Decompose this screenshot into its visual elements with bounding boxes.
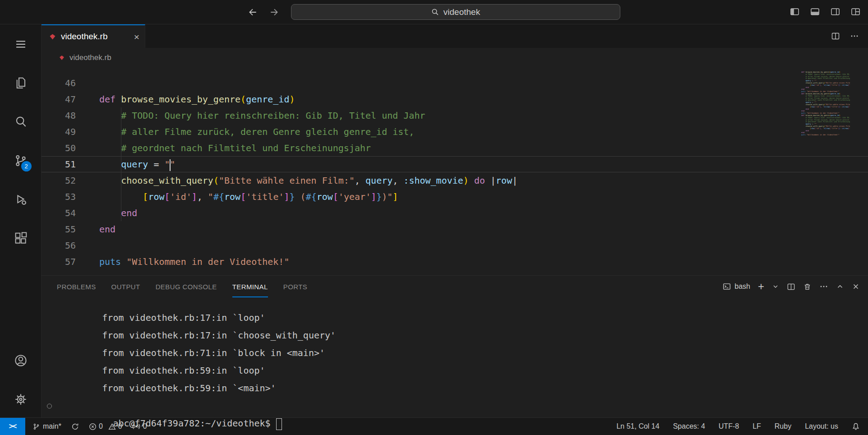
code-token: )" bbox=[382, 191, 392, 202]
search-sidebar-icon[interactable] bbox=[12, 113, 30, 131]
line-number[interactable]: 53 bbox=[42, 189, 76, 205]
new-terminal-icon[interactable]: + bbox=[758, 281, 764, 292]
code-token bbox=[99, 126, 121, 137]
settings-gear-icon[interactable] bbox=[12, 390, 30, 408]
line-number[interactable]: 52 bbox=[42, 172, 76, 189]
cursor-position-status[interactable]: Ln 51, Col 14 bbox=[616, 422, 659, 430]
code-text[interactable]: end bbox=[99, 221, 115, 237]
panel-tab-output[interactable]: OUTPUT bbox=[111, 276, 140, 297]
back-icon[interactable] bbox=[248, 7, 258, 17]
panel-tab-ports[interactable]: PORTS bbox=[283, 276, 307, 297]
line-number[interactable]: 50 bbox=[42, 140, 76, 156]
close-panel-icon[interactable] bbox=[852, 282, 860, 291]
language-mode-status[interactable]: Ruby bbox=[775, 422, 791, 430]
code-line-50[interactable]: 50 # geordnet nach Filmtitel und Erschei… bbox=[42, 140, 868, 156]
ruby-file-icon bbox=[49, 33, 56, 41]
code-text[interactable]: puts "Willkommen in der Videothek!" bbox=[99, 254, 289, 270]
explorer-icon[interactable] bbox=[12, 74, 30, 92]
panel-header: PROBLEMSOUTPUTDEBUG CONSOLETERMINALPORTS… bbox=[42, 276, 868, 297]
code-token: query bbox=[121, 159, 148, 170]
code-text[interactable]: def browse_movies_by_genre(genre_id) bbox=[99, 91, 295, 107]
panel-tab-problems[interactable]: PROBLEMS bbox=[57, 276, 96, 297]
code-line-46[interactable]: 46 bbox=[42, 75, 868, 91]
code-text[interactable]: query = "" bbox=[99, 156, 175, 172]
line-number[interactable]: 48 bbox=[42, 107, 76, 124]
kill-terminal-icon[interactable] bbox=[803, 282, 812, 291]
encoding-status[interactable]: UTF-8 bbox=[719, 422, 739, 430]
code-text[interactable]: end bbox=[99, 205, 137, 221]
code-line-51[interactable]: 51 query = "" bbox=[42, 156, 868, 172]
bash-terminal-icon bbox=[723, 282, 731, 291]
code-editor[interactable]: 4647def browse_movies_by_genre(genre_id)… bbox=[42, 68, 868, 275]
minimap[interactable]: def browse_movies_by_genre(genre_id) # T… bbox=[801, 71, 850, 152]
tab-close-icon[interactable]: × bbox=[134, 32, 139, 42]
panel-tab-debug-console[interactable]: DEBUG CONSOLE bbox=[156, 276, 217, 297]
code-text[interactable]: [row['id'], "#{row['title']} (#{row['yea… bbox=[99, 189, 398, 205]
tab-bar: videothek.rb × bbox=[42, 24, 868, 48]
code-token: row bbox=[148, 191, 164, 202]
customize-layout-icon[interactable] bbox=[850, 7, 861, 17]
code-line-52[interactable]: 52 choose_with_query("Bitte wähle einen … bbox=[42, 172, 868, 189]
code-line-53[interactable]: 53 [row['id'], "#{row['title']} (#{row['… bbox=[42, 189, 868, 205]
code-text[interactable]: # TODO: Query hier reinschreiben: Gib ID… bbox=[99, 107, 425, 124]
terminal-prompt: abc@f7d64f39a782:~/videothek$ bbox=[113, 418, 270, 429]
panel-more-actions-icon[interactable] bbox=[819, 282, 828, 291]
command-decoration-icon[interactable] bbox=[47, 403, 52, 408]
git-branch-icon bbox=[32, 423, 40, 430]
terminal-view[interactable]: from videothek.rb:17:in `loop' from vide… bbox=[42, 297, 868, 417]
eol-status[interactable]: LF bbox=[753, 422, 761, 430]
line-number[interactable]: 51 bbox=[42, 156, 76, 172]
keyboard-layout-status[interactable]: Layout: us bbox=[805, 422, 838, 430]
code-token: end bbox=[99, 224, 115, 235]
forward-icon[interactable] bbox=[269, 7, 279, 17]
run-debug-icon[interactable] bbox=[12, 190, 30, 208]
menu-icon[interactable] bbox=[12, 35, 30, 53]
split-editor-icon[interactable] bbox=[831, 32, 840, 41]
line-number[interactable]: 54 bbox=[42, 205, 76, 221]
code-line-54[interactable]: 54 end bbox=[42, 205, 868, 221]
code-token: # TODO: Query hier reinschreiben: Gib ID… bbox=[121, 110, 425, 121]
terminal-dropdown-icon[interactable] bbox=[772, 283, 779, 290]
terminal-output-line: from videothek.rb:59:in `loop' bbox=[59, 362, 868, 379]
source-control-icon[interactable]: 2 bbox=[12, 152, 30, 170]
code-token bbox=[99, 175, 121, 186]
breadcrumb[interactable]: videothek.rb bbox=[42, 48, 868, 68]
terminal-instance-bash[interactable]: bash bbox=[723, 282, 750, 291]
code-line-57[interactable]: 57puts "Willkommen in der Videothek!" bbox=[42, 254, 868, 270]
code-token: choose_with_query bbox=[121, 175, 213, 186]
maximize-panel-icon[interactable] bbox=[836, 282, 844, 291]
account-icon[interactable] bbox=[12, 352, 30, 370]
code-line-56[interactable]: 56 bbox=[42, 237, 868, 254]
toggle-panel-icon[interactable] bbox=[810, 7, 820, 17]
notifications-bell-icon[interactable] bbox=[852, 422, 860, 430]
toggle-sidebar-icon[interactable] bbox=[790, 7, 800, 17]
remote-indicator[interactable]: >< bbox=[0, 418, 25, 435]
code-token bbox=[99, 143, 121, 153]
code-token: ] bbox=[192, 191, 197, 202]
tab-videothek-rb[interactable]: videothek.rb × bbox=[42, 24, 145, 48]
code-line-55[interactable]: 55end bbox=[42, 221, 868, 237]
indentation-status[interactable]: Spaces: 4 bbox=[673, 422, 705, 430]
panel-tabs: PROBLEMSOUTPUTDEBUG CONSOLETERMINALPORTS bbox=[57, 276, 307, 297]
code-text[interactable]: # aller Filme zurück, deren Genre gleich… bbox=[99, 124, 414, 140]
line-number[interactable]: 49 bbox=[42, 124, 76, 140]
extensions-icon[interactable] bbox=[12, 229, 30, 247]
scm-badge: 2 bbox=[21, 161, 32, 171]
code-text[interactable]: # geordnet nach Filmtitel und Erscheinun… bbox=[99, 140, 371, 156]
code-line-47[interactable]: 47def browse_movies_by_genre(genre_id) bbox=[42, 91, 868, 107]
code-line-48[interactable]: 48 # TODO: Query hier reinschreiben: Gib… bbox=[42, 107, 868, 124]
code-line-49[interactable]: 49 # aller Filme zurück, deren Genre gle… bbox=[42, 124, 868, 140]
line-number[interactable]: 46 bbox=[42, 75, 76, 91]
line-number[interactable]: 57 bbox=[42, 254, 76, 270]
terminal-prompt-line[interactable]: abc@f7d64f39a782:~/videothek$ bbox=[59, 397, 868, 415]
line-number[interactable]: 55 bbox=[42, 221, 76, 237]
command-center-search[interactable]: videothek bbox=[291, 4, 620, 20]
code-text[interactable]: choose_with_query("Bitte wähle einen Fil… bbox=[99, 172, 517, 189]
panel-tab-terminal[interactable]: TERMINAL bbox=[232, 276, 268, 297]
line-number[interactable]: 56 bbox=[42, 237, 76, 254]
branch-status[interactable]: main* bbox=[32, 422, 61, 430]
editor-more-actions-icon[interactable] bbox=[850, 32, 859, 41]
line-number[interactable]: 47 bbox=[42, 91, 76, 107]
split-terminal-icon[interactable] bbox=[787, 282, 795, 291]
toggle-secondary-sidebar-icon[interactable] bbox=[830, 7, 840, 17]
